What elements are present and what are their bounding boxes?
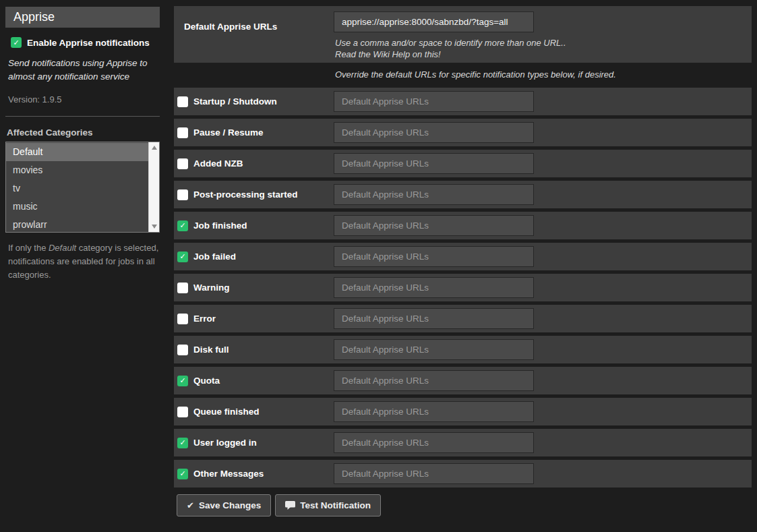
wiki-help-link[interactable]: Read the Wiki Help on this!	[335, 49, 566, 60]
notification-row: Disk full	[174, 336, 752, 363]
notification-checkbox[interactable]	[177, 314, 188, 324]
test-notification-button[interactable]: Test Notification	[275, 494, 381, 516]
notification-row: Post-processing started	[174, 181, 752, 208]
notification-row: ✓ Quota	[174, 367, 752, 394]
scroll-up-icon[interactable]	[149, 142, 160, 153]
notification-label: Error	[193, 314, 216, 324]
notification-checkbox[interactable]	[177, 96, 188, 107]
notification-url-input[interactable]	[334, 184, 534, 205]
notification-checkbox[interactable]: ✓	[177, 252, 188, 262]
sidebar-divider	[5, 116, 160, 117]
notification-row: ✓ Job finished	[174, 212, 752, 239]
check-icon: ✓	[179, 253, 185, 260]
notification-url-input[interactable]	[334, 432, 534, 453]
notification-label: Queue finished	[193, 407, 260, 417]
notification-row: Added NZB	[174, 150, 752, 177]
notification-row: ✓ User logged in	[174, 429, 752, 456]
note-italic-word: Default	[49, 243, 76, 253]
notification-label: Job failed	[193, 252, 236, 262]
notification-row: ✓ Job failed	[174, 243, 752, 270]
check-icon: ✓	[179, 439, 185, 446]
notification-checkbox[interactable]	[177, 189, 188, 200]
category-item[interactable]: prowlarr	[6, 216, 148, 233]
save-changes-button[interactable]: ✔ Save Changes	[177, 494, 271, 516]
notification-label: Disk full	[193, 345, 229, 355]
notification-url-input[interactable]	[334, 463, 534, 484]
note-prefix: If only the	[8, 243, 49, 253]
notification-url-input[interactable]	[334, 370, 534, 391]
notification-label: Quota	[193, 376, 220, 386]
notification-url-input[interactable]	[334, 308, 534, 329]
categories-list: Default movies tv music prowlarr	[6, 143, 148, 233]
apprise-sidebar: Apprise ✓ Enable Apprise notifications S…	[5, 0, 160, 282]
notification-url-input[interactable]	[334, 153, 534, 174]
url-help-line1: Use a comma and/or space to identify mor…	[335, 38, 566, 48]
notification-type-rows: Startup / Shutdown Pause / Resume Added …	[174, 88, 752, 487]
notification-row: Warning	[174, 274, 752, 301]
notification-row: Pause / Resume	[174, 119, 752, 146]
notification-checkbox[interactable]	[177, 345, 188, 355]
notification-label: Startup / Shutdown	[193, 96, 277, 107]
scroll-down-icon[interactable]	[149, 221, 160, 232]
notification-row: Error	[174, 305, 752, 332]
enable-apprise-checkbox[interactable]: ✓	[11, 37, 22, 48]
notification-checkbox[interactable]	[177, 127, 188, 138]
notification-checkbox[interactable]	[177, 407, 188, 417]
notification-url-input[interactable]	[334, 91, 534, 112]
notification-label: Job finished	[193, 220, 247, 231]
notification-label: Pause / Resume	[193, 127, 264, 138]
version-text: Version: 1.9.5	[8, 94, 160, 105]
notification-url-input[interactable]	[334, 339, 534, 360]
comment-icon	[285, 501, 295, 510]
default-urls-label: Default Apprise URLs	[184, 22, 277, 32]
notification-url-input[interactable]	[334, 401, 534, 422]
check-icon: ✓	[179, 470, 185, 477]
default-apprise-urls-input[interactable]	[334, 11, 534, 32]
override-note: Override the default URLs for specific n…	[335, 69, 752, 82]
category-item[interactable]: Default	[6, 143, 148, 161]
notification-row: ✓ Other Messages	[174, 460, 752, 487]
notification-checkbox[interactable]	[177, 283, 188, 293]
categories-listbox[interactable]: Default movies tv music prowlarr	[5, 142, 160, 233]
notification-url-input[interactable]	[334, 277, 534, 298]
notification-checkbox[interactable]: ✓	[177, 469, 188, 479]
page-title: Apprise	[5, 7, 160, 28]
notification-checkbox[interactable]	[177, 158, 188, 169]
notification-url-input[interactable]	[334, 122, 534, 143]
affected-categories-label: Affected Categories	[7, 127, 160, 138]
enable-apprise-row: ✓ Enable Apprise notifications	[11, 37, 160, 48]
category-item[interactable]: movies	[6, 161, 148, 179]
category-item[interactable]: tv	[6, 179, 148, 198]
apprise-description: Send notifications using Apprise to almo…	[8, 57, 158, 84]
save-changes-label: Save Changes	[199, 500, 261, 510]
notification-checkbox[interactable]: ✓	[177, 220, 188, 231]
notification-checkbox[interactable]: ✓	[177, 438, 188, 448]
notification-label: Warning	[193, 283, 230, 293]
apprise-settings-main: Default Apprise URLs Use a comma and/or …	[174, 0, 752, 516]
check-icon: ✔	[187, 500, 194, 510]
notification-row: Startup / Shutdown	[174, 88, 752, 115]
enable-apprise-label: Enable Apprise notifications	[27, 38, 150, 48]
listbox-scrollbar[interactable]	[148, 142, 159, 232]
notification-url-input[interactable]	[334, 215, 534, 236]
test-notification-label: Test Notification	[300, 500, 371, 510]
notification-label: Post-processing started	[193, 189, 298, 200]
check-icon: ✓	[179, 377, 185, 384]
check-icon: ✓	[179, 222, 185, 229]
notification-url-input[interactable]	[334, 246, 534, 267]
default-urls-band: Default Apprise URLs Use a comma and/or …	[174, 6, 752, 63]
action-buttons: ✔ Save Changes Test Notification	[177, 494, 752, 516]
notification-label: Added NZB	[193, 158, 243, 169]
url-help-text: Use a comma and/or space to identify mor…	[335, 37, 566, 60]
categories-help-note: If only the Default category is selected…	[8, 241, 159, 282]
category-item[interactable]: music	[6, 198, 148, 216]
notification-row: Queue finished	[174, 398, 752, 425]
check-icon: ✓	[13, 39, 19, 47]
notification-label: Other Messages	[193, 469, 264, 479]
notification-label: User logged in	[193, 438, 257, 448]
notification-checkbox[interactable]: ✓	[177, 376, 188, 386]
